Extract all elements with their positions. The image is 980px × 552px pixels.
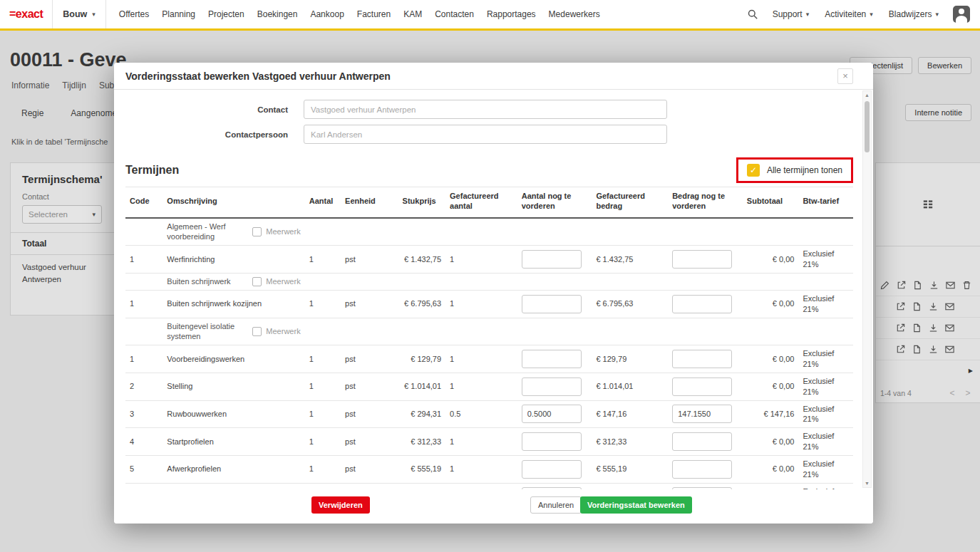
btw-tarief-cell: Exclusief21% <box>798 246 853 274</box>
stukprijs-cell: € 6.795,63 <box>398 290 445 318</box>
eenheid-cell: pst <box>341 345 398 373</box>
bedrag-nog-te-vorderen-input[interactable] <box>672 250 732 269</box>
aantal-nog-cell <box>517 428 592 456</box>
omschrijving-cell: Werfinrichting <box>163 246 304 274</box>
gefactureerd-aantal-cell: 1 <box>445 428 517 456</box>
bedrag-nog-cell <box>668 345 743 373</box>
nav-item-boekingen[interactable]: Boekingen <box>257 9 298 19</box>
stukprijs-cell: € 9.652,34 <box>398 483 445 489</box>
code-cell: 1 <box>125 246 163 274</box>
nav-item-facturen[interactable]: Facturen <box>357 9 391 19</box>
code-cell <box>125 273 163 290</box>
eenheid-cell: pst <box>341 455 398 483</box>
termijn-row: 1 Buiten schrijnwerk kozijnen 1 pst € 6.… <box>125 290 853 318</box>
eenheid-cell: pst <box>341 246 398 274</box>
gefactureerd-bedrag-cell: € 147,16 <box>592 400 668 428</box>
contact-field-row: Contact <box>125 100 853 119</box>
show-all-label: Alle termijnen tonen <box>767 165 842 175</box>
aantal-nog-te-vorderen-input[interactable] <box>522 250 582 269</box>
scroll-down-icon[interactable]: ▼ <box>863 481 871 486</box>
contact-field-label: Contact <box>125 105 304 114</box>
scroll-thumb[interactable] <box>865 101 870 152</box>
eenheid-cell: pst <box>341 428 398 456</box>
top-nav: =exact Bouw ▾ OffertesPlanningProjectenB… <box>0 0 980 28</box>
chevron-down-icon: ▾ <box>870 11 873 18</box>
btw-tarief-cell: Exclusief21% <box>798 428 853 456</box>
nav-item-medewerkers[interactable]: Medewerkers <box>549 9 600 19</box>
group-name: Buitengevel isolatie systemen <box>167 321 244 343</box>
bedrag-nog-cell <box>668 455 743 483</box>
bedrag-nog-te-vorderen-input[interactable] <box>672 405 732 423</box>
aantal-cell: 1 <box>305 400 341 428</box>
aantal-nog-cell <box>517 345 592 373</box>
module-selector[interactable]: Bouw ▾ <box>52 0 106 28</box>
meerwerk-checkbox[interactable]: Meerwerk <box>252 276 300 287</box>
aantal-cell: 1 <box>305 290 341 318</box>
termijn-row: 2 Stelling 1 pst € 1.014,01 1 € 1.014,01… <box>125 373 853 400</box>
nav-item-kam[interactable]: KAM <box>403 9 422 19</box>
contactpersoon-input[interactable] <box>304 125 667 144</box>
group-row: Buitengevel isolatie systemen Meerwerk <box>125 318 853 345</box>
group-cell: Algemeen - Werf voorbereiding Meerwerk <box>163 218 853 246</box>
gefactureerd-aantal-cell: 1 <box>445 455 517 483</box>
chevron-down-icon: ▾ <box>806 11 810 18</box>
vorderingsstaat-bewerken-button[interactable]: Vorderingsstaat bewerken <box>580 496 692 514</box>
group-row: Algemeen - Werf voorbereiding Meerwerk <box>125 218 853 246</box>
contact-input[interactable] <box>304 100 667 119</box>
bedrag-nog-te-vorderen-input[interactable] <box>672 432 732 451</box>
termijnen-head-row: CodeOmschrijvingAantalEenheidStukprijsGe… <box>125 187 853 218</box>
aantal-nog-te-vorderen-input[interactable] <box>522 350 582 368</box>
group-cell: Buiten schrijnwerk Meerwerk <box>163 273 853 290</box>
alle-termijnen-tonen-checkbox[interactable]: ✓ Alle termijnen tonen <box>736 157 853 183</box>
nav-item-contacten[interactable]: Contacten <box>435 9 474 19</box>
close-button[interactable]: × <box>837 68 853 84</box>
nav-dropdown-bladwijzers[interactable]: Bladwijzers ▾ <box>889 9 939 19</box>
termijn-row: 1 Werfinrichting 1 pst € 1.432,75 1 € 1.… <box>125 246 853 274</box>
meerwerk-label: Meerwerk <box>266 226 300 237</box>
termijn-row: 3 Ruwbouwwerken 1 pst € 294,31 0.5 € 147… <box>125 400 853 428</box>
aantal-nog-te-vorderen-input[interactable] <box>522 377 582 396</box>
code-cell: 1 <box>125 290 163 318</box>
nav-item-rapportages[interactable]: Rapportages <box>487 9 536 19</box>
subtotaal-cell: € 0,00 <box>743 246 799 274</box>
aantal-nog-te-vorderen-input[interactable] <box>522 432 582 451</box>
aantal-nog-te-vorderen-input[interactable] <box>522 405 582 423</box>
nav-dropdown-support[interactable]: Support ▾ <box>773 9 810 19</box>
col-btw-tarief: Btw-tarief <box>798 187 853 218</box>
bedrag-nog-te-vorderen-input[interactable] <box>672 350 732 368</box>
scroll-up-icon[interactable]: ▲ <box>863 93 871 98</box>
group-name: Algemeen - Werf voorbereiding <box>167 222 244 243</box>
aantal-nog-cell <box>517 483 592 489</box>
bedrag-nog-te-vorderen-input[interactable] <box>672 377 732 396</box>
aantal-nog-te-vorderen-input[interactable] <box>522 295 582 313</box>
group-row: Buiten schrijnwerk Meerwerk <box>125 273 853 290</box>
code-cell: 5 <box>125 455 163 483</box>
verwijderen-button[interactable]: Verwijderen <box>311 496 370 514</box>
stukprijs-cell: € 294,31 <box>398 400 445 428</box>
bedrag-nog-te-vorderen-input[interactable] <box>672 460 732 479</box>
stukprijs-cell: € 555,19 <box>398 455 445 483</box>
gefactureerd-bedrag-cell: € 6.795,63 <box>592 290 668 318</box>
nav-dropdown-activiteiten[interactable]: Activiteiten ▾ <box>825 9 873 19</box>
user-avatar[interactable] <box>953 6 970 23</box>
nav-item-projecten[interactable]: Projecten <box>208 9 244 19</box>
annuleren-button[interactable]: Annuleren <box>530 496 582 514</box>
subtotaal-cell: € 0,00 <box>743 345 799 373</box>
aantal-nog-te-vorderen-input[interactable] <box>522 460 582 479</box>
nav-dropdowns: Support ▾Activiteiten ▾Bladwijzers ▾ <box>773 9 939 19</box>
nav-item-planning[interactable]: Planning <box>162 9 195 19</box>
meerwerk-checkbox[interactable]: Meerwerk <box>252 326 300 337</box>
checkbox-unchecked-icon <box>252 277 262 286</box>
bedrag-nog-te-vorderen-input[interactable] <box>672 295 732 313</box>
meerwerk-checkbox[interactable]: Meerwerk <box>252 226 300 237</box>
col-stukprijs: Stukprijs <box>398 187 445 218</box>
nav-right: Support ▾Activiteiten ▾Bladwijzers ▾ <box>747 6 980 23</box>
col-aantal-nog-te-vorderen: Aantal nog te vorderen <box>517 187 592 218</box>
search-button[interactable] <box>747 9 758 20</box>
modal-scrollbar[interactable]: ▲ ▼ <box>862 90 872 488</box>
nav-item-aankoop[interactable]: Aankoop <box>310 9 344 19</box>
aantal-cell: 1 <box>305 345 341 373</box>
omschrijving-cell: Voorbereidingswerken <box>163 345 304 373</box>
nav-item-offertes[interactable]: Offertes <box>119 9 149 19</box>
termijnen-title: Termijnen <box>125 164 179 177</box>
